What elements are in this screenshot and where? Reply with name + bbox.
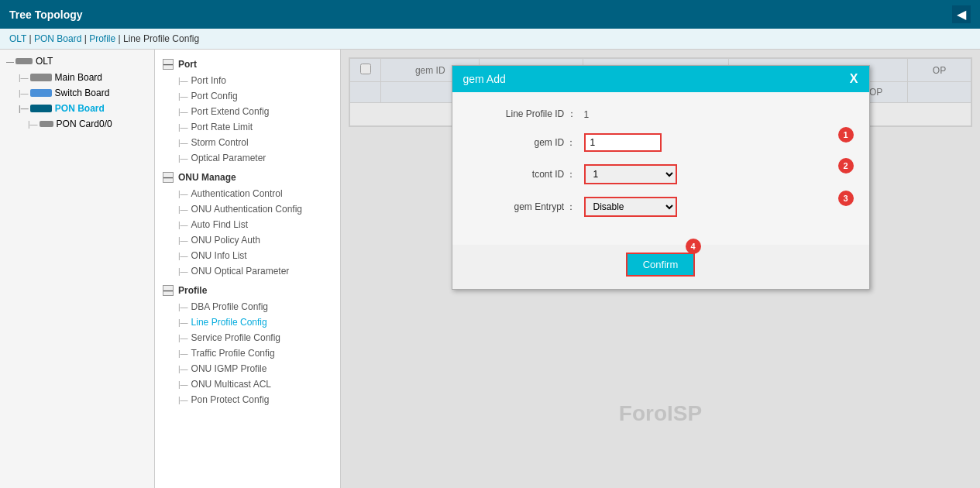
onu-items: |—Authentication Control |—ONU Authentic…: [155, 186, 340, 279]
sidebar-item-pon-card[interactable]: |— PON Card0/0: [0, 116, 154, 132]
pon-card-icon: [40, 121, 53, 127]
breadcrumb-current: Line Profile Config: [123, 33, 199, 44]
nav-line-profile-config[interactable]: |—Line Profile Config: [155, 314, 340, 330]
tcont-id-row: tcont ID ： 1 2 3 4 2: [476, 164, 846, 184]
app-header: Tree Topology ◀: [0, 0, 980, 29]
nav-onu-info-list[interactable]: |—ONU Info List: [155, 248, 340, 263]
gem-id-input[interactable]: [584, 133, 662, 152]
nav-onu-optical-param[interactable]: |—ONU Optical Parameter: [155, 263, 340, 279]
nav-auth-control[interactable]: |—Authentication Control: [155, 186, 340, 201]
nav-storm-control[interactable]: |—Storm Control: [155, 135, 340, 150]
nav-panel: — Port |—Port Info |—Port Config |—Port …: [155, 50, 341, 488]
modal-title: gem Add: [463, 73, 506, 85]
nav-port-config[interactable]: |—Port Config: [155, 88, 340, 104]
pon-board-icon: [30, 105, 52, 112]
gem-id-label: gem ID ：: [476, 136, 576, 149]
nav-onu-multicast-acl[interactable]: |—ONU Multicast ACL: [155, 376, 340, 392]
profile-section-header[interactable]: — Profile: [155, 282, 340, 299]
onu-section-header[interactable]: — ONU Manage: [155, 169, 340, 186]
step1-badge: 1: [838, 127, 854, 143]
nav-pon-protect-config[interactable]: |—Pon Protect Config: [155, 392, 340, 407]
olt-icon: [15, 58, 33, 64]
step2-badge: 2: [838, 158, 854, 174]
profile-section: — Profile |—DBA Profile Config |—Line Pr…: [155, 282, 340, 407]
sidebar-item-switch-board[interactable]: |— Switch Board: [0, 85, 154, 101]
breadcrumb-profile[interactable]: Profile: [89, 33, 115, 44]
modal-footer: Confirm 4: [452, 245, 869, 289]
nav-port-extend-config[interactable]: |—Port Extend Config: [155, 104, 340, 119]
modal-header: gem Add X: [452, 66, 869, 92]
nav-onu-igmp-profile[interactable]: |—ONU IGMP Profile: [155, 361, 340, 376]
pon-card-label: PON Card0/0: [57, 119, 112, 129]
main-board-icon: [30, 74, 52, 81]
confirm-button[interactable]: Confirm: [626, 253, 696, 277]
sidebar-item-pon-board[interactable]: |— PON Board: [0, 101, 154, 116]
nav-dba-profile-config[interactable]: |—DBA Profile Config: [155, 299, 340, 314]
sidebar-tree: — OLT |— Main Board |— Switch Board |— P…: [0, 50, 155, 488]
modal-body: Line Profile ID ： 1 gem ID ： 1 tcont ID …: [452, 92, 869, 245]
breadcrumb-olt[interactable]: OLT: [9, 33, 26, 44]
breadcrumb: OLT | PON Board | Profile | Line Profile…: [0, 29, 980, 50]
sidebar-item-olt[interactable]: — OLT: [0, 53, 154, 70]
onu-collapse-icon: —: [163, 172, 174, 183]
nav-port-rate-limit[interactable]: |—Port Rate Limit: [155, 119, 340, 135]
sidebar-item-main-board[interactable]: |— Main Board: [0, 70, 154, 85]
port-section-header[interactable]: — Port: [155, 56, 340, 73]
profile-items: |—DBA Profile Config |—Line Profile Conf…: [155, 299, 340, 407]
nav-port-info[interactable]: |—Port Info: [155, 73, 340, 88]
tcont-id-label: tcont ID ：: [476, 168, 576, 181]
onu-section: — ONU Manage |—Authentication Control |—…: [155, 169, 340, 279]
profile-collapse-icon: —: [163, 285, 174, 296]
nav-onu-policy-auth[interactable]: |—ONU Policy Auth: [155, 232, 340, 248]
line-profile-id-label: Line Profile ID ：: [476, 108, 576, 121]
gem-encrypt-select[interactable]: Disable Enable: [584, 197, 677, 217]
tcont-id-select[interactable]: 1 2 3 4: [584, 164, 677, 184]
step4-badge: 4: [686, 239, 701, 254]
modal-close-button[interactable]: X: [850, 72, 858, 86]
line-profile-id-row: Line Profile ID ： 1: [476, 108, 846, 121]
profile-section-label: Profile: [178, 285, 207, 296]
sidebar-olt-label: OLT: [36, 56, 53, 67]
modal-overlay: gem Add X Line Profile ID ： 1 gem ID ：: [341, 50, 980, 488]
gem-id-row: gem ID ： 1: [476, 133, 846, 152]
port-section-label: Port: [178, 59, 197, 70]
switch-board-icon: [30, 89, 52, 97]
app-title: Tree Topology: [9, 9, 83, 21]
gem-encrypt-row: gem Entrypt ： Disable Enable 3: [476, 197, 846, 217]
nav-service-profile-config[interactable]: |—Service Profile Config: [155, 330, 340, 345]
nav-traffic-profile-config[interactable]: |—Traffic Profile Config: [155, 345, 340, 361]
onu-section-label: ONU Manage: [178, 172, 236, 183]
port-collapse-icon: —: [163, 59, 174, 70]
switch-board-label: Switch Board: [55, 88, 110, 98]
gem-encrypt-label: gem Entrypt ：: [476, 201, 576, 214]
line-profile-id-value: 1: [584, 109, 590, 120]
collapse-button[interactable]: ◀: [952, 5, 971, 23]
step3-badge: 3: [838, 191, 854, 206]
gem-add-modal: gem Add X Line Profile ID ： 1 gem ID ：: [452, 65, 870, 290]
nav-auto-find-list[interactable]: |—Auto Find List: [155, 217, 340, 232]
port-section: — Port |—Port Info |—Port Config |—Port …: [155, 56, 340, 166]
main-board-label: Main Board: [55, 72, 102, 83]
right-content: gem ID tcont ID gem Encrypt gem Map OP N…: [341, 50, 980, 488]
nav-optical-parameter[interactable]: |—Optical Parameter: [155, 150, 340, 166]
nav-onu-auth-config[interactable]: |—ONU Authentication Config: [155, 201, 340, 217]
breadcrumb-pon-board[interactable]: PON Board: [34, 33, 81, 44]
port-items: |—Port Info |—Port Config |—Port Extend …: [155, 73, 340, 166]
pon-board-label: PON Board: [55, 103, 105, 114]
